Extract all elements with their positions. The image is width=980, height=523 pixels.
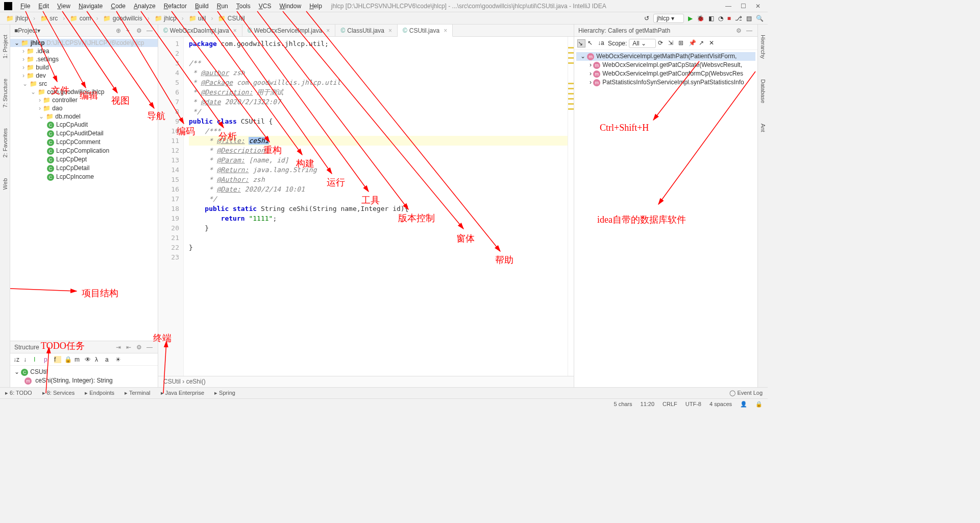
gear-icon[interactable]: ⚙: [136, 344, 143, 351]
right-tool-stripe[interactable]: HierarchyDatabaseAnt: [757, 25, 768, 387]
crumb-item[interactable]: 📁 jhlcp: [153, 15, 179, 22]
search-icon[interactable]: 🔍: [756, 15, 764, 22]
menu-tools[interactable]: Tools: [232, 2, 255, 11]
editor-tab[interactable]: ©WebOcxServiceImpl.java×: [242, 25, 336, 36]
sort2-icon[interactable]: ↓: [23, 356, 31, 363]
tree-node[interactable]: CLcpCpDetail: [10, 164, 158, 173]
tab-close-icon[interactable]: ×: [326, 27, 330, 34]
gear-icon[interactable]: ⚙: [736, 27, 743, 34]
status-enc[interactable]: UTF-8: [685, 401, 701, 407]
p-icon[interactable]: p: [44, 356, 51, 363]
structure-icon[interactable]: ▤: [746, 15, 752, 22]
sort-icon[interactable]: ↓a: [598, 39, 606, 47]
status-eol[interactable]: CRLF: [663, 401, 677, 407]
tool-stripe-item[interactable]: Web: [2, 178, 8, 189]
crumb-item[interactable]: 📁 util: [187, 15, 208, 22]
hierarchy-row[interactable]: › mWebOcxServiceImpl.getPatConformCp(Web…: [576, 69, 755, 78]
hide-icon[interactable]: —: [146, 344, 154, 351]
expand-icon[interactable]: ÷: [126, 27, 133, 34]
caller-icon[interactable]: ↘: [577, 39, 585, 47]
status-indent[interactable]: 4 spaces: [709, 401, 732, 407]
hierarchy-tree[interactable]: ⌄ mWebOcxServiceImpl.getMathPath(Patient…: [574, 50, 757, 89]
bottom-tool-item[interactable]: ▸ Spring: [214, 390, 235, 396]
inspect-icon[interactable]: 👤: [740, 401, 747, 408]
stop-icon[interactable]: ■: [727, 15, 731, 22]
crumb-item[interactable]: 📁 com: [68, 15, 93, 22]
tree-node[interactable]: ›📁 dao: [10, 104, 158, 112]
bottom-tool-item[interactable]: ▸ 6: TODO: [5, 390, 32, 396]
scope-dropdown[interactable]: All ⌄: [629, 39, 656, 48]
tree-node[interactable]: ⌄📁 com.goodwillcis.jhlcp: [10, 88, 158, 96]
status-pos[interactable]: 11:20: [641, 401, 655, 407]
debug-icon[interactable]: 🐞: [697, 15, 704, 22]
hide-icon[interactable]: —: [746, 27, 753, 34]
profile-icon[interactable]: ◔: [718, 15, 723, 22]
bottom-tool-item[interactable]: ▸ Java Enterprise: [161, 390, 204, 396]
tree-node[interactable]: CLcpCpComment: [10, 138, 158, 147]
menu-window[interactable]: Window: [275, 2, 305, 11]
i-icon[interactable]: I: [34, 356, 41, 363]
tree-node[interactable]: ⌄📁 db.model: [10, 112, 158, 121]
tree-node[interactable]: CLcpCpDept: [10, 155, 158, 164]
editor-tab[interactable]: ©CSUtil.java×: [398, 25, 453, 37]
sort-icon[interactable]: ↓z: [13, 356, 20, 363]
maximize-icon[interactable]: ☐: [741, 3, 746, 10]
refresh-icon[interactable]: ⟳: [658, 39, 666, 47]
bottom-tool-item[interactable]: ▸ Endpoints: [85, 390, 114, 396]
error-stripe[interactable]: [568, 37, 574, 376]
target-icon[interactable]: ⊕: [116, 27, 123, 34]
crumb-item[interactable]: 📁 CSUtil: [216, 15, 247, 22]
close-icon[interactable]: ✕: [755, 3, 761, 10]
autoscroll-icon[interactable]: ⇲: [668, 39, 676, 47]
hierarchy-row[interactable]: ⌄ mWebOcxServiceImpl.getMathPath(Patient…: [576, 52, 755, 61]
tab-close-icon[interactable]: ×: [388, 27, 392, 34]
pin-icon[interactable]: 📌: [689, 39, 697, 47]
gear-icon[interactable]: ⚙: [136, 27, 143, 34]
tree-node[interactable]: CLcpCpIncome: [10, 173, 158, 181]
menu-run[interactable]: Run: [213, 2, 232, 11]
project-tree[interactable]: ⌄ 📁 jhlcp D:\JHLCPSVN\JHLCPV6\code\jhlcp…: [10, 37, 158, 341]
menu-file[interactable]: File: [16, 2, 34, 11]
coverage-icon[interactable]: ◧: [708, 15, 714, 22]
editor-tab[interactable]: ©WebOcxDaoImpl.java×: [158, 25, 242, 36]
tool-stripe-item[interactable]: 7: Structure: [2, 79, 8, 108]
lock-icon[interactable]: 🔒: [64, 356, 71, 363]
menu-edit[interactable]: Edit: [34, 2, 53, 11]
tree-node[interactable]: ›📁 dev: [10, 72, 158, 80]
tree-node[interactable]: CLcpCpAudit: [10, 121, 158, 129]
eye-icon[interactable]: 👁: [85, 356, 92, 363]
vcs-icon[interactable]: ⎇: [735, 15, 742, 22]
tree-node[interactable]: ⌄📁 src: [10, 80, 158, 88]
a-icon[interactable]: a: [105, 356, 112, 363]
tab-close-icon[interactable]: ×: [233, 27, 237, 34]
breadcrumb[interactable]: 📁 jhlcp›📁 src›📁 com›📁 goodwillcis›📁 jhlc…: [4, 15, 247, 22]
export-icon[interactable]: ↗: [699, 39, 707, 47]
tree-node[interactable]: ›📁 .settings: [10, 55, 158, 63]
editor-tabs[interactable]: ©WebOcxDaoImpl.java×©WebOcxServiceImpl.j…: [158, 25, 574, 37]
expand-icon[interactable]: ⇤: [126, 344, 133, 351]
m-icon[interactable]: m: [75, 356, 82, 363]
event-log[interactable]: ◯ Event Log: [729, 390, 763, 396]
bottom-tool-item[interactable]: ▸ 8: Services: [42, 390, 75, 396]
minimize-icon[interactable]: —: [725, 3, 731, 10]
structure-tree[interactable]: ⌄ CCSUtil m ceShi(String, Integer): Stri…: [10, 366, 158, 387]
tree-node[interactable]: CLcpCpComplication: [10, 147, 158, 155]
menu-analyze[interactable]: Analyze: [130, 2, 160, 11]
expand-all-icon[interactable]: ⊞: [678, 39, 687, 47]
callee-icon[interactable]: ↖: [587, 39, 596, 47]
tree-node[interactable]: CLcpCpAuditDetail: [10, 129, 158, 138]
menu-build[interactable]: Build: [191, 2, 213, 11]
collapse-icon[interactable]: ⇥: [116, 344, 123, 351]
menu-navigate[interactable]: Navigate: [75, 2, 107, 11]
bottom-tool-item[interactable]: ▸ Terminal: [125, 390, 150, 396]
hierarchy-row[interactable]: › mPatStatisticsInfoSynServiceImpl.synPa…: [576, 78, 755, 87]
undo-icon[interactable]: ↺: [644, 15, 649, 22]
editor-breadcrumb[interactable]: CSUtil › ceShi(): [158, 376, 574, 387]
tool-stripe-item[interactable]: Database: [760, 79, 766, 103]
menu-help[interactable]: Help: [305, 2, 326, 11]
menu-refactor[interactable]: Refactor: [160, 2, 191, 11]
code-editor[interactable]: package com.goodwillcis.jhlcp.util; /** …: [184, 37, 568, 376]
tool-stripe-item[interactable]: Ant: [760, 124, 766, 132]
hierarchy-row[interactable]: › mWebOcxServiceImpl.getPatCpState(Websv…: [576, 61, 755, 69]
editor-tab[interactable]: ©ClassUtil.java×: [335, 25, 398, 36]
